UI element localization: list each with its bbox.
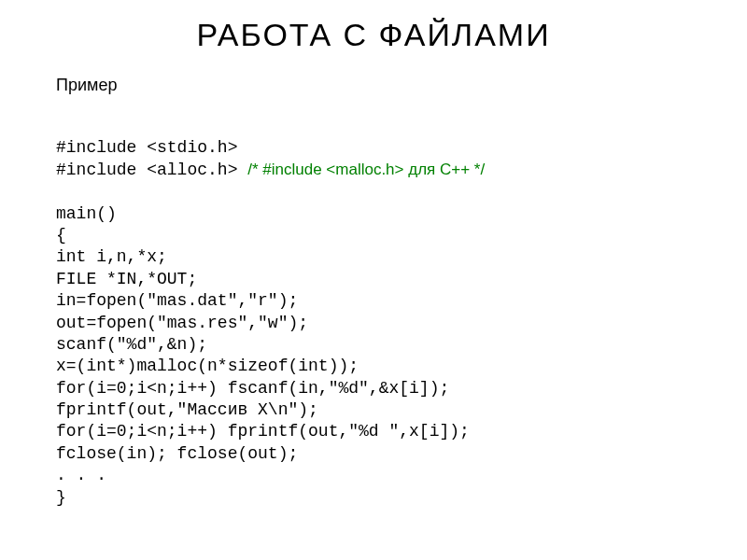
slide-title: РАБОТА С ФАЙЛАМИ <box>56 17 691 53</box>
code-line: out=fopen("mas.res","w"); <box>56 314 308 332</box>
code-block: #include <stdio.h> #include <alloc.h> /*… <box>56 116 691 509</box>
code-line: #include <stdio.h> <box>56 138 237 157</box>
code-line: fprintf(out,"Массив X\n"); <box>56 400 318 419</box>
code-line: { <box>56 226 66 245</box>
code-line: for(i=0;i<n;i++) fscanf(in,"%d",&x[i]); <box>56 379 449 398</box>
code-line: main() <box>56 204 117 223</box>
code-line: in=fopen("mas.dat","r"); <box>56 291 298 310</box>
code-line: int i,n,*x; <box>56 247 167 266</box>
code-comment: /* #include <malloc.h> для С++ */ <box>247 161 485 178</box>
code-line: scanf("%d",&n); <box>56 335 207 354</box>
code-line: . . . <box>56 466 106 484</box>
slide: РАБОТА С ФАЙЛАМИ Пример #include <stdio.… <box>0 0 747 560</box>
code-line: fclose(in); fclose(out); <box>56 444 298 463</box>
code-line: x=(int*)malloc(n*sizeof(int)); <box>56 357 359 375</box>
code-line: FILE *in,*out; <box>56 270 197 288</box>
code-line: for(i=0;i<n;i++) fprintf(out,"%d ",x[i])… <box>56 422 470 441</box>
code-line: #include <alloc.h> <box>56 161 247 179</box>
example-label: Пример <box>56 76 691 95</box>
code-line: } <box>56 488 66 507</box>
